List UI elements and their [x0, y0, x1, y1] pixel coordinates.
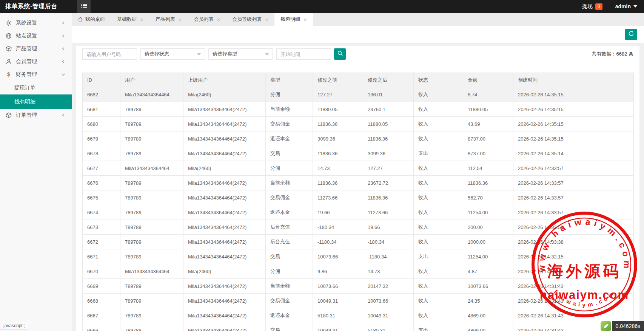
table-cell: Mila1343434364464(2472) [183, 235, 266, 249]
table-cell: 2026-02-26 14:35:15 [513, 117, 634, 131]
sidebar-subitem-提现订单[interactable]: 提现订单 [0, 81, 72, 94]
tab-label: 会员等级列表 [232, 16, 262, 23]
table-cell: 6681 [83, 102, 120, 117]
sidebar-item-财务管理[interactable]: $财务管理 [0, 68, 72, 81]
table-cell: 11273.66 [363, 205, 414, 220]
sidebar-item-站点设置[interactable]: 站点设置 [0, 29, 72, 42]
table-cell: 19.66 [313, 205, 363, 220]
table-row: 6673789789Mila1343434364464(2472)后台充值-18… [83, 220, 634, 235]
tab-会员列表[interactable]: 会员列表× [188, 13, 226, 26]
tab-钱包明细[interactable]: 钱包明细× [274, 13, 313, 26]
table-cell: 6670 [83, 264, 120, 279]
table-cell: Mila1343434364464(2472) [183, 323, 266, 331]
table-cell: 789789 [120, 294, 183, 308]
refresh-button[interactable] [625, 29, 637, 40]
table-cell: Mila1343434364464(2472) [183, 131, 266, 146]
table-cell: Mila1343434364464(2472) [183, 117, 266, 131]
sidebar-nav: 系统设置站点设置产品管理会员管理$财务管理提现订单钱包明细订单管理 [0, 13, 72, 331]
tab-label: 基础数据 [117, 16, 137, 23]
user-name: admin [615, 3, 631, 9]
table-cell: 6679 [83, 131, 120, 146]
type-select[interactable]: 请选择类型 [208, 48, 273, 60]
table-cell: 6672 [83, 235, 120, 249]
table-row: 6674789789Mila1343434364464(2472)返还本金19.… [83, 205, 634, 220]
sidebar-item-订单管理[interactable]: 订单管理 [0, 109, 72, 122]
tab-会员等级列表[interactable]: 会员等级列表× [226, 13, 274, 26]
table-cell: 6669 [83, 279, 120, 294]
table-cell: 交易佣金 [266, 294, 313, 308]
tab-基础数据[interactable]: 基础数据× [111, 13, 149, 26]
table-cell: 127.27 [313, 87, 363, 102]
column-header-ID: ID [83, 73, 120, 87]
status-link-hint: javascript:; [0, 322, 28, 330]
table-cell: 789789 [120, 131, 183, 146]
sidebar-item-产品管理[interactable]: 产品管理 [0, 42, 72, 55]
order-icon [6, 112, 12, 118]
table-cell: 收入 [414, 308, 463, 323]
tab-我的桌面[interactable]: 我的桌面 [72, 13, 111, 26]
sidebar-item-系统设置[interactable]: 系统设置 [0, 17, 72, 29]
user-number-input[interactable] [82, 48, 137, 60]
table-cell: 10049.31 [313, 323, 363, 331]
table-cell: 2026-02-26 14:31:43 [513, 308, 634, 323]
table-cell: 200.00 [463, 220, 513, 235]
search-button[interactable] [334, 48, 346, 60]
table-row: 6679789789Mila1343434364464(2472)返还本金309… [83, 131, 634, 146]
table-row: 6671789789Mila1343434364464(2472)交易10073… [83, 249, 634, 264]
status-select[interactable]: 请选择状态 [140, 48, 205, 60]
table-cell: Mila1343434364464(2472) [183, 279, 266, 294]
close-icon[interactable]: × [179, 17, 182, 22]
table-cell: 2026-02-26 14:33:57 [513, 190, 634, 205]
table-cell: 8.74 [463, 87, 513, 102]
table-cell: 收入 [414, 117, 463, 131]
table-cell: 789789 [120, 176, 183, 190]
app-title: 排单系统-管理后台 [0, 3, 57, 11]
table-row: 6667789789Mila1343434364464(2472)返还本金518… [83, 308, 634, 323]
chevron-left-icon [61, 33, 66, 39]
top-header: 排单系统-管理后台 提现 0 admin [0, 0, 644, 13]
table-cell: 789789 [120, 190, 183, 205]
table-cell: 3099.36 [313, 131, 363, 146]
exec-time-badge: 0.046286s [612, 321, 644, 331]
table-cell: 23760.1 [363, 102, 414, 117]
table-cell: 交易佣金 [266, 190, 313, 205]
table-cell: -1180.34 [363, 249, 414, 264]
close-icon[interactable]: × [217, 17, 220, 22]
column-header-上级用户: 上级用户 [183, 73, 266, 87]
sidebar-item-label: 财务管理 [16, 71, 61, 78]
table-cell: 11836.36 [313, 176, 363, 190]
close-icon[interactable]: × [265, 17, 268, 22]
type-select-value: 请选择类型 [213, 51, 237, 57]
table-cell: 562.70 [463, 190, 513, 205]
start-time-input[interactable] [276, 48, 331, 60]
table-cell: 789789 [120, 220, 183, 235]
tab-label: 产品列表 [156, 16, 175, 23]
table-cell: 14.73 [363, 264, 414, 279]
table-cell: 789789 [120, 279, 183, 294]
table-cell: Mila1343434364464(2472) [183, 294, 266, 308]
sidebar-item-会员管理[interactable]: 会员管理 [0, 55, 72, 68]
sidebar-item-label: 系统设置 [16, 20, 61, 26]
table-cell: 支出 [414, 146, 463, 161]
table-cell: 收入 [414, 131, 463, 146]
sidebar-subitem-钱包明细[interactable]: 钱包明细 [0, 94, 72, 109]
leaf-icon [601, 321, 611, 331]
close-icon[interactable]: × [140, 17, 143, 22]
filter-row: 请选择状态 请选择类型 共有数据：6682 条 [82, 48, 633, 60]
product-icon [6, 46, 12, 52]
table-row: 6680789789Mila1343434364464(2472)交易佣金118… [83, 117, 634, 131]
table-cell: 6677 [83, 161, 120, 176]
table-cell: 6682 [83, 87, 120, 102]
table-row: 6670Mila1343434364464Mila(2460)分佣9.8614.… [83, 264, 634, 279]
withdraw-link[interactable]: 提现 0 [582, 3, 602, 10]
close-icon[interactable]: × [304, 17, 307, 22]
table-cell: 6678 [83, 146, 120, 161]
table-cell: 6668 [83, 294, 120, 308]
table-cell: 789789 [120, 323, 183, 331]
sidebar-toggle-button[interactable] [77, 0, 91, 13]
user-menu[interactable]: admin [615, 3, 637, 9]
refresh-icon [628, 31, 634, 38]
tab-产品列表[interactable]: 产品列表× [149, 13, 188, 26]
table-cell: 23672.72 [363, 176, 414, 190]
table-cell: 返还本金 [266, 131, 313, 146]
